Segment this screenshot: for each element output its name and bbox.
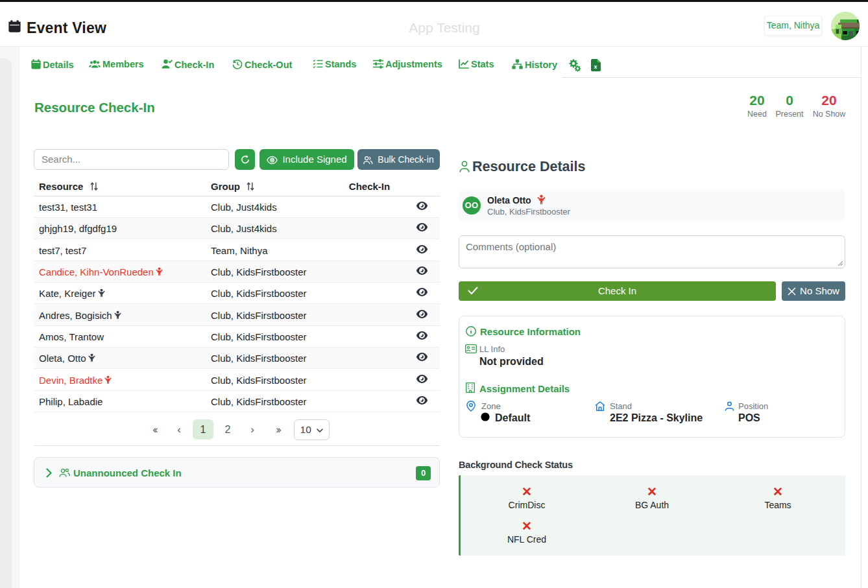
svg-text:x: x: [594, 64, 597, 70]
